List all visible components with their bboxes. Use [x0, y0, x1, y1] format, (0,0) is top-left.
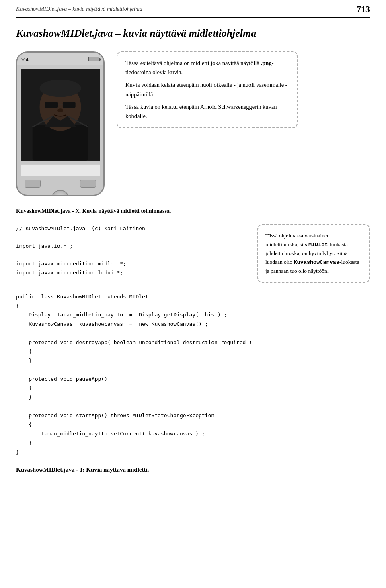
phone-white-area: [21, 164, 100, 176]
phone-battery-icon: [88, 57, 99, 61]
svg-point-8: [57, 108, 63, 112]
page-number: 713: [357, 4, 370, 14]
top-callout-box: Tässä esiteltävä ohjelma on midletti jok…: [117, 51, 298, 128]
header-title: KuvashowMIDlet.java – kuvia näyttävä mid…: [16, 6, 142, 12]
figure-caption: KuvashowMIDlet.java - X. Kuvia näyttävä …: [16, 208, 370, 214]
phone-bottom: [17, 176, 103, 196]
page-header: KuvashowMIDlet.java – kuvia näyttävä mid…: [16, 0, 370, 18]
code-block-top: // KuvashowMIDlet.java (c) Kari Laitinen…: [16, 224, 245, 278]
kuvashowcanvas-code-ref: KuvashowCanvas: [294, 259, 339, 265]
full-code-block: public class KuvashowMIDlet extends MIDl…: [16, 292, 370, 457]
phone-mockup: Ψ·ıll: [16, 51, 105, 196]
nav-circle: [51, 190, 69, 196]
callout-para-1: Tässä esiteltävä ohjelma on midletti jok…: [125, 59, 289, 77]
main-heading: KuvashowMIDlet.java – kuvia näyttävä mid…: [16, 27, 370, 39]
phone-top-bar: Ψ·ıll: [17, 53, 103, 65]
footer-caption: KuvashowMIDlet.java - 1: Kuvia näyttävä …: [16, 466, 370, 473]
phone-signal: Ψ·ıll: [21, 57, 29, 61]
soft-key-left: [25, 180, 41, 188]
callout-para-3: Tässä kuvia on kelattu etenpäin Arnold S…: [125, 102, 289, 121]
svg-rect-6: [63, 102, 76, 108]
phone-soft-keys: [21, 180, 100, 188]
portrait-image: [21, 69, 100, 161]
svg-point-4: [40, 80, 81, 97]
top-section: Ψ·ıll: [16, 51, 370, 196]
code-section: // KuvashowMIDlet.java (c) Kari Laitinen…: [16, 224, 370, 283]
right-callout-box: Tässä ohjelmassa varsinainen midlettiluo…: [257, 224, 370, 283]
right-callout-text: Tässä ohjelmassa varsinainen midlettiluo…: [265, 231, 362, 276]
svg-rect-5: [45, 102, 58, 108]
phone-nav: [21, 190, 100, 196]
phone-screen: [21, 69, 100, 161]
callout-para-2: Kuvia voidaan kelata eteenpäin nuoli oik…: [125, 80, 289, 99]
soft-key-right: [80, 180, 96, 188]
midlet-code-ref: MIDlet: [308, 242, 328, 248]
nav-center: [57, 196, 64, 196]
